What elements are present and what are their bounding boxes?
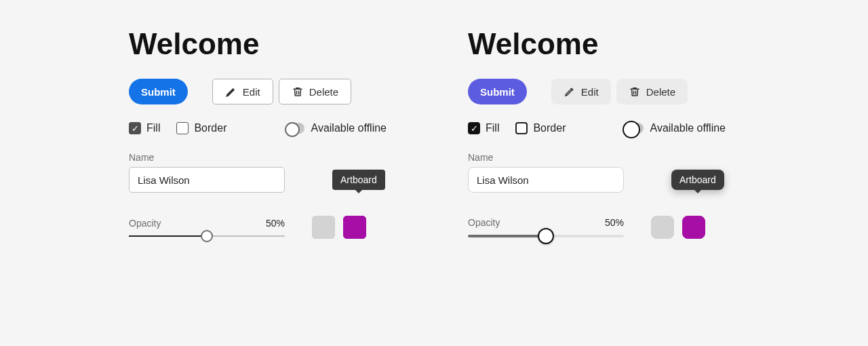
offline-label: Available offline	[311, 122, 387, 134]
edit-button[interactable]: Edit	[551, 79, 611, 104]
border-label: Border	[533, 122, 566, 134]
offline-toggle[interactable]: Available offline	[285, 122, 387, 134]
trash-icon	[292, 85, 304, 98]
submit-button[interactable]: Submit	[468, 79, 527, 104]
fill-checkbox[interactable]: ✓ Fill	[468, 122, 499, 134]
swatch-grey[interactable]	[651, 216, 674, 239]
name-field-label: Name	[129, 152, 285, 163]
border-checkbox[interactable]: Border	[515, 122, 566, 134]
tooltip-label: Artboard	[332, 170, 385, 190]
name-input[interactable]	[129, 167, 285, 193]
fill-checkbox[interactable]: ✓ Fill	[129, 122, 160, 134]
swatch-grey[interactable]	[312, 216, 335, 239]
page-title: Welcome	[129, 27, 387, 61]
name-input[interactable]	[468, 167, 624, 193]
edit-label: Edit	[243, 86, 260, 98]
edit-button[interactable]: Edit	[212, 79, 273, 104]
border-label: Border	[194, 122, 226, 134]
delete-button[interactable]: Delete	[279, 79, 351, 104]
toggle-icon	[285, 123, 304, 134]
opacity-label: Opacity	[468, 217, 500, 228]
opacity-value: 50%	[605, 217, 624, 228]
trash-icon	[629, 85, 641, 98]
delete-label: Delete	[309, 86, 338, 98]
theme-panel-left: Welcome Submit Edit Delete ✓ Fill	[129, 27, 387, 239]
opacity-value: 50%	[266, 218, 285, 229]
submit-button[interactable]: Submit	[129, 79, 188, 104]
tooltip-label: Artboard	[671, 170, 724, 190]
checkbox-icon	[176, 122, 189, 134]
page-title: Welcome	[468, 27, 726, 61]
swatch-magenta[interactable]	[343, 216, 366, 239]
offline-label: Available offline	[650, 122, 726, 134]
checkbox-icon: ✓	[468, 122, 480, 134]
edit-label: Edit	[581, 86, 599, 98]
fill-label: Fill	[486, 122, 499, 134]
swatch-magenta[interactable]	[682, 216, 705, 239]
tooltip: Artboard	[671, 170, 724, 190]
checkbox-icon	[515, 122, 528, 134]
opacity-label: Opacity	[129, 218, 161, 229]
border-checkbox[interactable]: Border	[176, 122, 226, 134]
opacity-slider[interactable]	[129, 235, 285, 237]
toggle-icon	[625, 123, 644, 134]
checkbox-icon: ✓	[129, 122, 141, 134]
tooltip: Artboard	[332, 170, 385, 190]
pencil-icon	[225, 85, 237, 98]
delete-button[interactable]: Delete	[616, 79, 688, 104]
name-field-label: Name	[468, 152, 624, 163]
fill-label: Fill	[146, 122, 160, 134]
opacity-slider[interactable]	[468, 235, 624, 237]
submit-label: Submit	[141, 86, 176, 98]
theme-panel-right: Welcome Submit Edit Delete ✓ Fill	[468, 27, 726, 239]
offline-toggle[interactable]: Available offline	[625, 122, 726, 134]
submit-label: Submit	[480, 86, 515, 98]
slider-handle[interactable]	[538, 228, 554, 244]
delete-label: Delete	[646, 86, 675, 98]
slider-handle[interactable]	[201, 230, 213, 242]
pencil-icon	[564, 85, 576, 98]
